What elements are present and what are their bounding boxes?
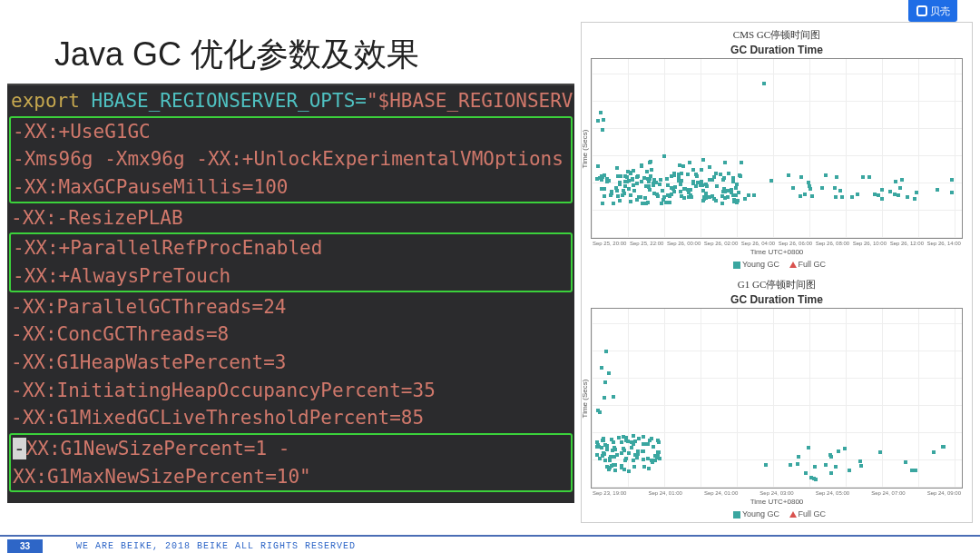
footer-copyright: WE ARE BEIKE, 2018 BEIKE ALL RIGHTS RESE… xyxy=(76,541,356,551)
g1-cn-title: G1 GC停顿时间图 xyxy=(585,278,968,291)
slide: 贝壳 Java GC 优化参数及效果 export HBASE_REGIONSE… xyxy=(0,0,980,553)
y-axis-label: Time (Secs) xyxy=(581,379,589,418)
g1-legend: Young GC Full GC xyxy=(585,509,968,518)
highlight-box-3: -XX:G1NewSizePercent=1 -XX:G1MaxNewSizeP… xyxy=(9,433,573,492)
x-axis-label: Time UTC+0800 xyxy=(585,498,968,506)
cursor-block: - xyxy=(13,438,26,459)
square-marker-icon xyxy=(733,511,740,518)
cms-en-title: GC Duration Time xyxy=(585,44,968,56)
g1-xticks: Sep 23, 19:00Sep 24, 01:00Sep 24, 01:00S… xyxy=(593,490,961,496)
house-icon xyxy=(916,5,927,16)
square-marker-icon xyxy=(733,262,740,269)
slide-title: Java GC 优化参数及效果 xyxy=(54,33,419,77)
g1-scatter-plot: Time (Secs) xyxy=(591,308,963,489)
charts-panel: CMS GC停顿时间图 GC Duration Time Time (Secs)… xyxy=(581,22,973,523)
export-line: export HBASE_REGIONSERVER_OPTS="$HBASE_R… xyxy=(11,87,571,115)
slide-footer: 33 WE ARE BEIKE, 2018 BEIKE ALL RIGHTS R… xyxy=(0,535,980,553)
triangle-marker-icon xyxy=(789,511,797,518)
g1-en-title: GC Duration Time xyxy=(585,293,968,306)
highlight-box-2: -XX:+ParallelRefProcEnabled -XX:+AlwaysP… xyxy=(9,232,573,291)
page-number: 33 xyxy=(7,539,43,553)
x-axis-label: Time UTC+0800 xyxy=(585,248,968,256)
cms-scatter-plot: Time (Secs) xyxy=(591,58,963,239)
cms-cn-title: CMS GC停顿时间图 xyxy=(585,28,968,42)
y-axis-label: Time (Secs) xyxy=(581,129,589,168)
g1-chart-block: G1 GC停顿时间图 GC Duration Time Time (Secs) … xyxy=(582,272,972,522)
brand-text: 贝壳 xyxy=(930,5,950,18)
highlight-box-1: -XX:+UseG1GC -Xms96g -Xmx96g -XX:+Unlock… xyxy=(9,116,573,203)
cms-chart-block: CMS GC停顿时间图 GC Duration Time Time (Secs)… xyxy=(582,23,972,272)
cms-xticks: Sep 25, 20:00Sep 25, 22:00Sep 26, 00:00S… xyxy=(593,241,961,246)
brand-logo: 贝壳 xyxy=(908,0,957,22)
footer-divider xyxy=(0,535,980,537)
cms-legend: Young GC Full GC xyxy=(585,260,968,269)
triangle-marker-icon xyxy=(789,262,797,268)
terminal-screenshot: export HBASE_REGIONSERVER_OPTS="$HBASE_R… xyxy=(7,84,574,503)
